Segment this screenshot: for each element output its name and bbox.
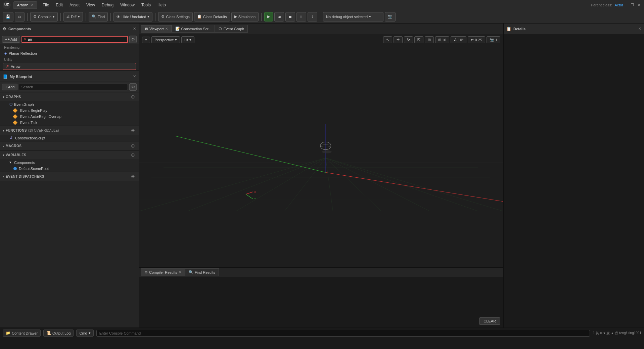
variables-add-button[interactable]: ⊕ xyxy=(130,152,136,158)
scale-snap-button[interactable]: ⇔ 0.25 xyxy=(468,36,485,43)
menu-file[interactable]: File xyxy=(40,2,52,8)
play-more-button[interactable]: ⋮ xyxy=(308,12,317,21)
compile-button[interactable]: ⚙ Compile ▾ xyxy=(30,12,58,21)
menu-debug[interactable]: Debug xyxy=(99,2,116,8)
compiler-tab-close[interactable]: ✕ xyxy=(179,270,181,274)
viewport-area[interactable]: ≡ Perspective ▾ Lit ▾ ↖ ✛ xyxy=(139,34,503,267)
window-controls: − ❐ ✕ xyxy=(623,3,641,7)
components-settings-button[interactable]: ⚙ xyxy=(129,36,137,43)
restore-button[interactable]: ❐ xyxy=(630,3,635,7)
save-button[interactable]: 💾 xyxy=(3,12,13,21)
menu-help[interactable]: Help xyxy=(155,2,169,8)
menu-view[interactable]: View xyxy=(84,2,98,8)
functions-count: (19 OVERRIDABLE) xyxy=(28,129,59,132)
myblueprint-search-input[interactable] xyxy=(19,84,128,90)
play-button[interactable]: ▶ xyxy=(264,12,273,21)
close-button[interactable]: ✕ xyxy=(637,3,641,7)
search-clear-icon[interactable]: ✕ xyxy=(24,37,27,42)
event-tick-item[interactable]: Event Tick xyxy=(0,120,139,126)
diff-button[interactable]: ⇄ Diff ▾ xyxy=(63,12,83,21)
parent-class-link[interactable]: Actor xyxy=(614,3,623,7)
step-forward-button[interactable]: ⏭ xyxy=(274,12,284,21)
cmd-button[interactable]: Cmd ▾ xyxy=(76,330,93,337)
rotate-button[interactable]: ↻ xyxy=(404,36,413,43)
variables-section-header[interactable]: ▾ VARIABLES ⊕ xyxy=(0,150,139,159)
editor-tab[interactable]: Arrow* ✕ xyxy=(13,1,37,9)
perspective-button[interactable]: Perspective ▾ xyxy=(151,36,180,43)
components-search-field[interactable]: ✕ xyxy=(21,36,128,43)
graphs-section-header[interactable]: ▾ GRAPHS ⊕ xyxy=(0,92,139,101)
output-log-button[interactable]: 📜 Output Log xyxy=(43,330,74,337)
class-defaults-button[interactable]: 📋 Class Defaults xyxy=(194,12,230,21)
eventgraph-item[interactable]: ⬡ EventGraph xyxy=(0,101,139,107)
content-drawer-button[interactable]: 📁 Content Drawer xyxy=(3,330,41,337)
event-graph-tab[interactable]: ⬡ Event Graph xyxy=(215,25,248,33)
content-browser-button[interactable]: 🗂 xyxy=(15,12,25,21)
construction-script-item[interactable]: ↺ ConstructionScript xyxy=(0,135,139,141)
hide-unrelated-button[interactable]: 👁 Hide Unrelated ▾ xyxy=(113,12,152,21)
planar-reflection-item[interactable]: ◈ Planar Reflection xyxy=(0,50,139,56)
select-mode-button[interactable]: ↖ xyxy=(383,36,392,43)
diff-icon: ⇄ xyxy=(66,14,70,19)
clear-button[interactable]: CLEAR xyxy=(479,317,500,325)
svg-text:Y: Y xyxy=(254,198,256,201)
event-dispatchers-section-header[interactable]: ▸ EVENT DISPATCHERS ⊕ xyxy=(0,172,139,181)
details-close-button[interactable]: ✕ xyxy=(638,27,641,31)
macros-add-button[interactable]: ⊕ xyxy=(130,143,136,149)
lit-button[interactable]: Lit ▾ xyxy=(181,36,194,43)
find-icon: 🔍 xyxy=(92,14,96,19)
functions-section-header[interactable]: ▾ FUNCTIONS (19 OVERRIDABLE) ⊕ xyxy=(0,126,139,135)
functions-add-button[interactable]: ⊕ xyxy=(130,127,136,133)
find-button[interactable]: 🔍 Find xyxy=(89,12,108,21)
viewport-options-button[interactable]: ≡ xyxy=(142,37,150,43)
menu-tools[interactable]: Tools xyxy=(139,2,153,8)
components-gear-icon: ⚙ xyxy=(131,37,135,42)
stop-button[interactable]: ⏹ xyxy=(285,12,295,21)
console-input[interactable] xyxy=(96,330,590,337)
cmd-dropdown-icon: ▾ xyxy=(89,331,91,335)
output-log-icon: 📜 xyxy=(46,331,51,335)
debug-camera-button[interactable]: 📷 xyxy=(385,12,396,21)
minimize-button[interactable]: − xyxy=(623,3,628,7)
title-bar-left: UE Arrow* ✕ File Edit Asset View Debug W… xyxy=(3,1,169,9)
graphs-title: GRAPHS xyxy=(6,95,21,99)
event-dispatchers-title: EVENT DISPATCHERS xyxy=(6,175,44,178)
menu-asset[interactable]: Asset xyxy=(67,2,82,8)
camera-speed-button[interactable]: 📷 1 xyxy=(487,36,500,43)
debug-object-dropdown[interactable]: No debug object selected ▾ xyxy=(323,12,383,21)
grid-snap-button[interactable]: ⊞ 10 xyxy=(435,36,449,43)
defaultsceneroot-item[interactable]: DefaultSceneRoot xyxy=(0,166,139,172)
components-close-button[interactable]: ✕ xyxy=(133,27,136,31)
components-search-input[interactable] xyxy=(28,37,126,41)
dispatchers-add-button[interactable]: ⊕ xyxy=(130,173,136,179)
myblueprint-close-button[interactable]: ✕ xyxy=(133,74,136,79)
components-var-header[interactable]: ▾ Components xyxy=(0,159,139,166)
event-actoroverlap-item[interactable]: Event ActorBeginOverlap xyxy=(0,114,139,120)
pause-button[interactable]: ⏸ xyxy=(296,12,306,21)
macros-section-header[interactable]: ▸ MACROS ⊕ xyxy=(0,141,139,150)
viewport-close-icon[interactable]: ✕ xyxy=(165,27,168,31)
svg-point-24 xyxy=(322,150,332,154)
viewport-tab[interactable]: 🖥 Viewport ✕ xyxy=(141,25,172,33)
class-settings-button[interactable]: ⚙ Class Settings xyxy=(158,12,192,21)
angle-snap-button[interactable]: ∠ 10° xyxy=(451,36,467,43)
compiler-results-tab[interactable]: ⚙ Compiler Results ✕ xyxy=(141,268,185,276)
scale-button[interactable]: ⇱ xyxy=(414,36,423,43)
construction-script-tab[interactable]: 📝 Construction Scr... xyxy=(172,25,215,33)
menu-edit[interactable]: Edit xyxy=(53,2,65,8)
scale-snap-icon: ⇔ xyxy=(471,38,474,42)
play-icon: ▶ xyxy=(267,14,270,19)
components-add-button[interactable]: + + Add xyxy=(2,36,20,43)
translate-button[interactable]: ✛ xyxy=(394,36,403,43)
graphs-add-button[interactable]: ⊕ xyxy=(130,94,136,100)
event-beginplay-item[interactable]: Event BeginPlay xyxy=(0,107,139,114)
arrow-item[interactable]: ↗ Arrow xyxy=(3,63,136,70)
find-results-tab[interactable]: 🔍 Find Results xyxy=(185,268,219,276)
transform-mode-button[interactable]: ⊞ xyxy=(425,36,434,43)
tab-close-icon[interactable]: ✕ xyxy=(31,3,34,7)
add-icon: + xyxy=(5,37,7,41)
myblueprint-add-button[interactable]: + Add xyxy=(2,84,17,90)
myblueprint-settings-button[interactable]: ⚙ xyxy=(129,83,137,91)
menu-window[interactable]: Window xyxy=(118,2,137,8)
simulation-button[interactable]: ▶ Simulation xyxy=(231,12,259,21)
